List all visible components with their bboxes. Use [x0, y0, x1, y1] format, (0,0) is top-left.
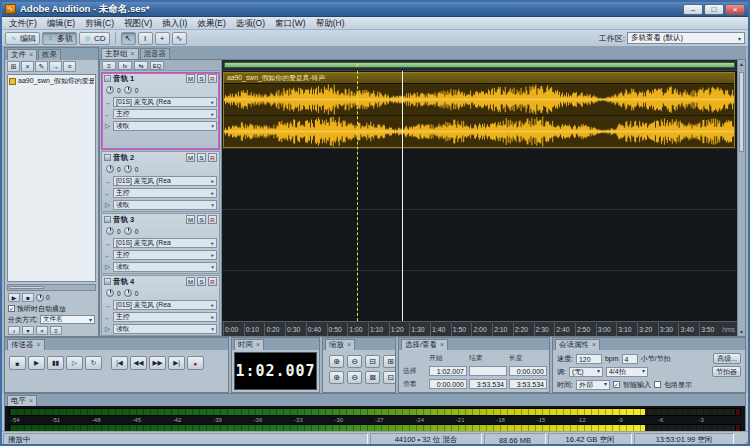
track-lane-1[interactable]: aa90_swn_假如你的爱是真-铃声: [222, 71, 737, 149]
close-tab-icon[interactable]: ×: [29, 50, 33, 60]
volume-knob[interactable]: [106, 289, 114, 297]
menu-item-8[interactable]: 帮助(H): [311, 17, 350, 29]
rewind-button[interactable]: ◀◀: [130, 356, 147, 370]
record-arm-button[interactable]: R: [208, 74, 217, 83]
cd-view-button[interactable]: ◎CD: [79, 32, 110, 45]
output-selector[interactable]: 主控▸: [113, 188, 217, 198]
automation-mode-selector[interactable]: 读取▾: [113, 121, 217, 131]
zoom-in-horizontal-button[interactable]: ⊕: [329, 355, 344, 368]
input-selector[interactable]: [01S] 麦克风 (Rea▸: [113, 97, 217, 107]
selection-begin-value[interactable]: 1:02.007: [429, 366, 467, 376]
pause-button[interactable]: ▮▮: [47, 356, 64, 370]
track-io-toggle[interactable]: ≡: [102, 61, 116, 70]
tab-main-group[interactable]: 主群组×: [101, 48, 139, 59]
volume-knob[interactable]: [106, 165, 114, 173]
file-item[interactable]: aa90_swn_假如你的爱是真-铃声: [9, 76, 94, 86]
solo-button[interactable]: S: [197, 74, 206, 83]
close-tab-icon[interactable]: ×: [592, 340, 596, 350]
automation-mode-selector[interactable]: 读取▾: [113, 262, 217, 272]
play-from-cursor-button[interactable]: ▷: [66, 356, 83, 370]
close-tab-icon[interactable]: ×: [347, 340, 351, 350]
track-name[interactable]: 音轨 2: [113, 153, 184, 163]
track-strip-3[interactable]: 音轨 3MSR00→[01S] 麦克风 (Rea▸←主控▸▷读取▾: [101, 213, 220, 274]
import-file-button[interactable]: ⊞: [7, 61, 20, 72]
mute-button[interactable]: M: [186, 215, 195, 224]
output-selector[interactable]: 主控▸: [113, 312, 217, 322]
pan-knob[interactable]: [124, 289, 132, 297]
tab-session-properties[interactable]: 会话属性×: [555, 339, 600, 350]
record-arm-button[interactable]: R: [208, 153, 217, 162]
zoom-in-vertical-button[interactable]: ⊕: [329, 371, 344, 384]
track-lane-4[interactable]: [222, 271, 737, 321]
tab-mixer[interactable]: 混音器: [140, 48, 171, 59]
vertical-scrollbar[interactable]: ▲ ▼: [737, 60, 745, 336]
file-list-hscrollbar[interactable]: [7, 284, 96, 291]
maximize-button[interactable]: □: [704, 4, 724, 15]
delete-file-button[interactable]: ×: [36, 326, 48, 335]
show-markers-button[interactable]: ▾: [22, 326, 34, 335]
view-end-value[interactable]: 3:53.534: [469, 379, 507, 389]
selection-end-value[interactable]: [469, 366, 507, 376]
preview-stop-button[interactable]: ■: [22, 293, 34, 302]
view-length-value[interactable]: 3:53.534: [509, 379, 547, 389]
input-selector[interactable]: [01S] 麦克风 (Rea▸: [113, 238, 217, 248]
scrub-tool[interactable]: ∿: [172, 32, 187, 45]
tab-zoom[interactable]: 缩放×: [325, 339, 355, 350]
waveform-left-channel[interactable]: [224, 83, 734, 115]
key-select[interactable]: (无)▾: [569, 367, 603, 377]
input-selector[interactable]: [01S] 麦克风 (Rea▸: [113, 300, 217, 310]
resize-grip[interactable]: ◢: [735, 432, 748, 446]
options-button[interactable]: ≡: [50, 326, 62, 335]
advanced-button[interactable]: 高级...: [713, 353, 741, 364]
edit-file-button[interactable]: ✎: [35, 61, 48, 72]
menu-item-0[interactable]: 文件(F): [4, 17, 42, 29]
zoom-out-vertical-button[interactable]: ⊖: [347, 371, 362, 384]
tab-effects[interactable]: 效果: [38, 49, 61, 60]
volume-knob[interactable]: [106, 227, 114, 235]
time-selection-tool[interactable]: I: [138, 32, 153, 45]
automation-mode-selector[interactable]: 读取▾: [113, 200, 217, 210]
scroll-up-icon[interactable]: ▲: [738, 61, 745, 67]
track-strip-4[interactable]: 音轨 4MSR00→[01S] 麦克风 (Rea▸←主控▸▷读取▾: [101, 275, 220, 336]
zoom-to-selection-button[interactable]: ⊞: [383, 355, 396, 368]
hybrid-tool[interactable]: +: [155, 32, 170, 45]
input-selector[interactable]: [01S] 麦克风 (Rea▸: [113, 176, 217, 186]
volume-knob[interactable]: [106, 86, 114, 94]
close-tab-icon[interactable]: ×: [440, 340, 444, 350]
waveform-right-channel[interactable]: [224, 115, 734, 147]
record-arm-button[interactable]: R: [208, 215, 217, 224]
pan-knob[interactable]: [124, 227, 132, 235]
tab-transport[interactable]: 传送器×: [7, 339, 45, 350]
track-strip-2[interactable]: 音轨 2MSR00→[01S] 麦克风 (Rea▸←主控▸▷读取▾: [101, 151, 220, 212]
audio-clip[interactable]: aa90_swn_假如你的爱是真-铃声: [223, 72, 735, 148]
sort-select[interactable]: 文件名▾: [40, 315, 95, 324]
timeline-area[interactable]: ▼ aa90_swn_假如你的爱是真-铃声: [222, 60, 737, 336]
track-name[interactable]: 音轨 1: [113, 74, 184, 84]
menu-item-1[interactable]: 编辑(E): [42, 17, 80, 29]
output-selector[interactable]: 主控▸: [113, 109, 217, 119]
show-file-types-button[interactable]: ♪: [8, 326, 20, 335]
fast-forward-button[interactable]: ▶▶: [149, 356, 166, 370]
menu-item-4[interactable]: 插入(I): [157, 17, 192, 29]
menu-item-6[interactable]: 选项(O): [231, 17, 270, 29]
edit-view-button[interactable]: ∿编辑: [5, 32, 40, 45]
pan-knob[interactable]: [124, 165, 132, 173]
go-to-end-button[interactable]: ▶|: [168, 356, 185, 370]
zoom-out-full-button[interactable]: ⊟: [365, 355, 380, 368]
solo-button[interactable]: S: [197, 215, 206, 224]
insert-into-multitrack-button[interactable]: →: [49, 61, 62, 72]
play-button[interactable]: ▶: [28, 356, 45, 370]
file-properties-button[interactable]: ≡: [63, 61, 76, 72]
preview-play-button[interactable]: ▶: [8, 293, 20, 302]
scroll-down-icon[interactable]: ▼: [738, 329, 745, 335]
zoom-left-edge-button[interactable]: ⊠: [365, 371, 380, 384]
go-to-beginning-button[interactable]: |◀: [111, 356, 128, 370]
close-tab-icon[interactable]: ×: [131, 49, 135, 59]
time-mode-select[interactable]: 外部▾: [576, 380, 610, 390]
mute-button[interactable]: M: [186, 74, 195, 83]
level-meter[interactable]: -54-51-48-45-42-39-36-33-30-27-24-21-18-…: [5, 406, 745, 434]
selection-length-value[interactable]: 0:00.000: [509, 366, 547, 376]
track-sends-toggle[interactable]: ⇆: [134, 61, 148, 70]
solo-button[interactable]: S: [197, 277, 206, 286]
time-ruler[interactable]: 0:000:100:200:300:400:501:001:101:201:30…: [222, 321, 737, 336]
